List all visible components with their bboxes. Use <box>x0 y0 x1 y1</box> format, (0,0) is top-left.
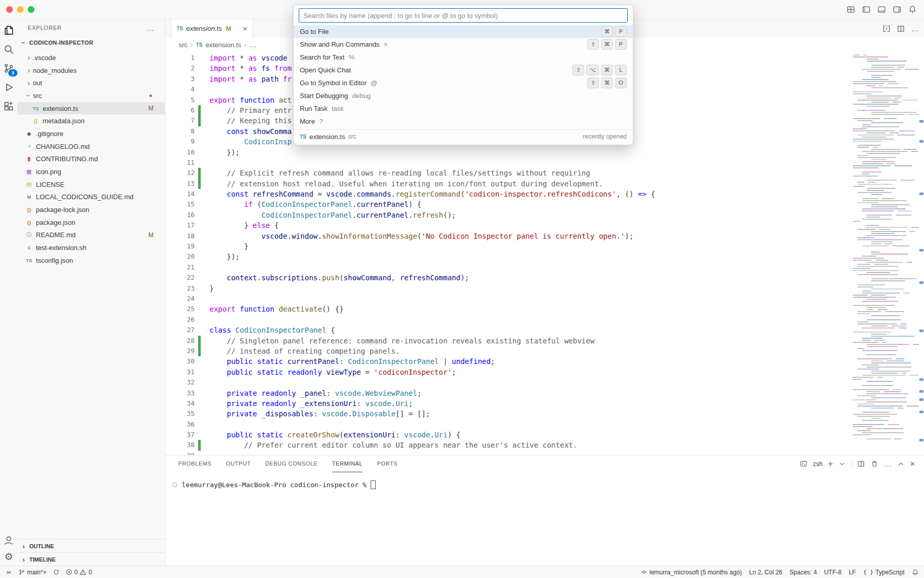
panel-tab-output[interactable]: OUTPUT <box>226 455 251 472</box>
tree-item[interactable]: ▮CONTRIBUTING.md <box>17 153 165 166</box>
indentation-status[interactable]: Spaces: 4 <box>790 569 817 576</box>
eol-status[interactable]: LF <box>849 569 856 576</box>
new-terminal-icon[interactable]: + <box>828 460 833 468</box>
outline-section[interactable]: › OUTLINE <box>17 539 165 552</box>
keycap: ⌘ <box>601 65 613 75</box>
quick-open-item[interactable]: Go to Symbol in Editor@⇧⌘O <box>294 76 633 89</box>
line-number: 5 <box>165 95 195 105</box>
tree-item[interactable]: {}package-lock.json <box>17 203 165 216</box>
run-debug-icon[interactable] <box>3 81 15 93</box>
git-branch-status[interactable]: main*+ <box>18 569 47 576</box>
notifications-bell-icon[interactable] <box>908 5 917 14</box>
toggle-primary-sidebar-icon[interactable] <box>862 5 871 14</box>
search-icon[interactable] <box>3 43 15 55</box>
code-text: private _disposables: vscode.Disposable[… <box>209 409 430 419</box>
git-blame-status[interactable]: lemurra_microsoft (5 months ago) <box>641 569 742 576</box>
tree-item[interactable]: ◆.gitignore <box>17 127 165 140</box>
open-changes-icon[interactable] <box>882 25 891 33</box>
quick-open-input[interactable] <box>299 8 628 23</box>
quick-open-recent-item[interactable]: TS extension.ts src recently opened <box>294 130 633 143</box>
maximize-panel-icon[interactable] <box>897 460 904 468</box>
status-bar-right: lemurra_microsoft (5 months ago) Ln 2, C… <box>641 569 919 576</box>
tree-item[interactable]: TSextension.tsM <box>17 102 165 115</box>
more-actions-icon[interactable]: … <box>911 25 919 32</box>
timeline-section[interactable]: › TIMELINE <box>17 552 165 566</box>
cursor-position-status[interactable]: Ln 2, Col 26 <box>749 569 782 576</box>
minimize-window-button[interactable] <box>17 6 24 13</box>
split-terminal-icon[interactable] <box>857 460 865 468</box>
remote-indicator-icon[interactable] <box>5 569 12 576</box>
close-panel-icon[interactable]: × <box>910 460 915 468</box>
tree-item[interactable]: ▤LICENSE <box>17 178 165 191</box>
chevron-down-icon[interactable] <box>839 460 845 467</box>
kill-terminal-icon[interactable] <box>871 460 878 468</box>
settings-gear-icon[interactable]: ⚙ <box>4 552 13 562</box>
shell-label[interactable]: zsh <box>813 460 823 468</box>
source-control-icon[interactable]: 3 <box>3 62 15 74</box>
breadcrumb-file[interactable]: extension.ts <box>205 41 241 49</box>
panel-tab-problems[interactable]: PROBLEMS <box>178 455 211 472</box>
quick-open-item[interactable]: Start Debuggingdebug <box>294 89 633 102</box>
panel-tab-debug-console[interactable]: DEBUG CONSOLE <box>265 455 317 472</box>
line-number: 33 <box>165 388 195 398</box>
tree-item[interactable]: MLOCAL_CODICONS_GUIDE.md <box>17 191 165 204</box>
toggle-panel-icon[interactable] <box>877 5 886 14</box>
branch-name: main*+ <box>27 569 47 576</box>
explorer-more-actions-icon[interactable]: … <box>146 24 155 32</box>
language-mode-status[interactable]: { } TypeScript <box>863 569 904 576</box>
sync-changes-icon[interactable] <box>53 569 60 575</box>
tree-item[interactable]: $test-extension.sh <box>17 241 165 254</box>
toggle-secondary-sidebar-icon[interactable] <box>893 5 901 14</box>
split-editor-icon[interactable] <box>897 25 905 33</box>
encoding-status[interactable]: UTF-8 <box>824 569 841 576</box>
explorer-icon[interactable] <box>3 24 15 36</box>
code-line: 26 <box>165 315 847 325</box>
close-window-button[interactable] <box>6 6 13 13</box>
changes-dot <box>149 94 152 97</box>
sidebar-title: EXPLORER <box>28 25 62 31</box>
customize-layout-icon[interactable] <box>846 5 855 14</box>
line-number: 17 <box>165 220 195 230</box>
feedback-bell-icon[interactable] <box>912 569 919 576</box>
tree-item[interactable]: TStsconfig.json <box>17 254 165 267</box>
tree-item[interactable]: {}package.json <box>17 216 165 229</box>
more-actions-icon[interactable]: … <box>884 460 892 468</box>
quick-open-item[interactable]: Run Tasktask <box>294 102 633 115</box>
json-file-icon: {} <box>25 207 33 213</box>
chevron-icon: › <box>25 80 33 87</box>
tree-item[interactable]: ›out <box>17 76 165 89</box>
close-tab-icon[interactable]: × <box>243 25 247 32</box>
panel-tab-terminal[interactable]: TERMINAL <box>332 455 363 472</box>
breadcrumb-more[interactable]: … <box>249 41 256 49</box>
recent-file-path: src <box>348 133 356 140</box>
code-text: public static readonly viewType = 'codic… <box>209 367 456 377</box>
explorer-project-section[interactable]: › CODICON-INSPECTOR <box>17 36 165 49</box>
status-bar: main*+ 0 0 lemurra_microsoft (5 months a… <box>0 566 924 578</box>
tree-item[interactable]: ›src <box>17 89 165 102</box>
tree-item[interactable]: ›.vscode <box>17 51 165 64</box>
quick-open-item[interactable]: Go to File⌘P <box>294 25 633 38</box>
git-added-gutter <box>198 179 201 189</box>
breadcrumb-folder[interactable]: src <box>179 41 187 49</box>
code-line: 37 public static createOrShow(extensionU… <box>165 430 847 440</box>
tree-item[interactable]: ◔CHANGELOG.md <box>17 140 165 153</box>
tree-item[interactable]: ›node_modules <box>17 64 165 77</box>
tree-item[interactable]: {}metadata.json <box>17 114 165 127</box>
line-number: 28 <box>165 336 195 346</box>
quick-open-item[interactable]: More? <box>294 115 633 128</box>
quick-open-item[interactable]: Show and Run Commands>⇧⌘P <box>294 38 633 51</box>
tab-extension-ts[interactable]: TS extension.ts M × <box>171 19 253 38</box>
code-line: 22 context.subscriptions.push(showComman… <box>165 273 847 283</box>
panel-tab-ports[interactable]: PORTS <box>377 455 397 472</box>
tree-item[interactable]: ▦icon.png <box>17 165 165 178</box>
quick-open-item[interactable]: Search for Text% <box>294 51 633 64</box>
problems-status[interactable]: 0 0 <box>66 569 92 576</box>
terminal[interactable]: leemurray@Lees-MacBook-Pro codicon-inspe… <box>165 472 924 489</box>
quick-open-item[interactable]: Open Quick Chat⇧⌥⌘L <box>294 64 633 76</box>
minimap[interactable] <box>849 51 919 455</box>
extensions-icon[interactable] <box>3 100 15 112</box>
tree-item[interactable]: ⓘREADME.mdM <box>17 229 165 242</box>
accounts-icon[interactable] <box>3 534 15 547</box>
zoom-window-button[interactable] <box>28 6 34 13</box>
overview-ruler[interactable] <box>919 51 924 455</box>
